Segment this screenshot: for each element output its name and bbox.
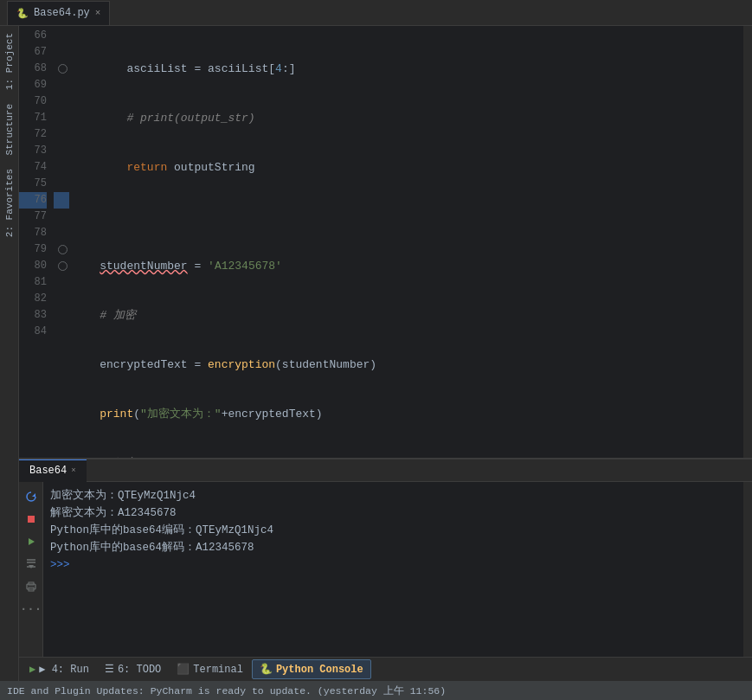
gutter-line-78[interactable] (54, 225, 69, 241)
file-tab[interactable]: 🐍 Base64.py × (7, 1, 110, 25)
python-file-icon: 🐍 (16, 8, 29, 19)
console-line-3: Python库中的base64编码：QTEyMzQ1Njc4 (50, 522, 736, 539)
console-text-4: Python库中的base64解码：A12345678 (50, 539, 254, 556)
gutter-line-79[interactable] (54, 241, 69, 258)
code-container: 66 67 68 69 70 71 72 73 74 75 76 77 78 7… (19, 26, 752, 458)
gutter-line-67[interactable] (54, 44, 69, 61)
run-tab-label: Base64 (29, 465, 67, 477)
gutter-line-84[interactable] (54, 324, 69, 340)
print-icon[interactable] (22, 577, 41, 596)
console-scrollbar[interactable] (743, 482, 752, 657)
code-line-72: encryptedText = encryption(studentNumber… (69, 356, 743, 373)
breakpoint-marker-68[interactable] (58, 64, 67, 74)
editor-tab-bar: 🐍 Base64.py × (0, 0, 752, 26)
bottom-left-icons: ··· (19, 482, 43, 657)
gutter-line-80[interactable] (54, 258, 69, 274)
tab-filename: Base64.py (34, 7, 90, 19)
sidebar-item-structure[interactable]: Structure (1, 97, 18, 162)
gutter (54, 26, 69, 458)
gutter-line-75[interactable] (54, 176, 69, 192)
code-line-66: asciiList = asciiList[4:] (69, 61, 743, 77)
code-lines[interactable]: asciiList = asciiList[4:] # print(output… (69, 26, 743, 458)
run-label: ▶ 4: Run (39, 663, 89, 676)
status-bar: IDE and Plugin Updates: PyCharm is ready… (0, 681, 752, 700)
code-line-70: studentNumber = 'A12345678' (69, 258, 743, 274)
run-play-icon: ▶ (29, 663, 35, 676)
run-tab[interactable]: Base64 × (19, 459, 87, 482)
status-text: IDE and Plugin Updates: PyCharm is ready… (7, 684, 446, 697)
terminal-label: Terminal (193, 664, 243, 676)
gutter-line-76[interactable] (54, 192, 69, 209)
svg-rect-1 (28, 516, 35, 523)
gutter-line-70[interactable] (54, 93, 69, 110)
code-line-68: return outputString (69, 159, 743, 176)
more-icon[interactable]: ··· (22, 600, 41, 619)
sidebar-item-favorites[interactable]: 2: Favorites (1, 162, 18, 244)
console-text-3: Python库中的base64编码：QTEyMzQ1Njc4 (50, 522, 273, 539)
console-text-1: 加密文本为：QTEyMzQ1Njc4 (50, 487, 196, 504)
sidebar-item-project[interactable]: 1: Project (1, 26, 18, 97)
python-console-button[interactable]: 🐍 Python Console (252, 659, 371, 679)
left-sidebar: 1: Project Structure 2: Favorites (0, 26, 19, 681)
gutter-line-68[interactable] (54, 61, 69, 77)
python-console-icon: 🐍 (260, 663, 273, 676)
code-line-73: print("加密文本为："+encryptedText) (69, 406, 743, 422)
python-console-label: Python Console (276, 664, 363, 676)
rerun-icon[interactable] (22, 487, 41, 506)
run-icon[interactable] (22, 532, 41, 551)
todo-button[interactable]: ☰ 6: TODO (98, 660, 168, 678)
console-line-2: 解密文本为：A12345678 (50, 504, 736, 522)
console-line-1: 加密文本为：QTEyMzQ1Njc4 (50, 487, 736, 504)
console-prompt: >>> (50, 556, 70, 574)
code-line-67: # print(output_str) (69, 110, 743, 126)
svg-marker-2 (29, 538, 35, 545)
console-text-2: 解密文本为：A12345678 (50, 504, 177, 522)
stop-icon[interactable] (22, 510, 41, 529)
scroll-to-end-icon[interactable] (22, 555, 41, 574)
todo-label: 6: TODO (118, 664, 161, 676)
svg-marker-0 (32, 493, 35, 497)
console-line-4: Python库中的base64解码：A12345678 (50, 539, 736, 556)
gutter-line-77[interactable] (54, 209, 69, 225)
tab-close-button[interactable]: × (95, 8, 101, 18)
bottom-content: ··· 加密文本为：QTEyMzQ1Njc4 解密文本为：A12345678 P… (19, 482, 752, 657)
todo-icon: ☰ (105, 663, 114, 676)
gutter-line-71[interactable] (54, 110, 69, 126)
run-button[interactable]: ▶ ▶ 4: Run (22, 660, 96, 678)
console-prompt-line: >>> (50, 556, 736, 574)
run-tab-close[interactable]: × (71, 466, 75, 475)
gutter-line-74[interactable] (54, 159, 69, 176)
code-line-71: # 加密 (69, 307, 743, 324)
gutter-line-81[interactable] (54, 274, 69, 291)
right-scrollbar[interactable] (743, 26, 752, 458)
gutter-line-83[interactable] (54, 307, 69, 324)
editor-area: 66 67 68 69 70 71 72 73 74 75 76 77 78 7… (19, 26, 752, 681)
gutter-line-66[interactable] (54, 28, 69, 44)
gutter-line-72[interactable] (54, 126, 69, 143)
terminal-icon: ⬛ (177, 663, 190, 676)
gutter-line-69[interactable] (54, 77, 69, 93)
gutter-line-73[interactable] (54, 143, 69, 159)
bottom-tabs: Base64 × (19, 459, 752, 482)
main-area: 1: Project Structure 2: Favorites 66 67 … (0, 26, 752, 681)
bottom-panel: Base64 × (19, 458, 752, 657)
terminal-button[interactable]: ⬛ Terminal (170, 660, 250, 678)
line-numbers: 66 67 68 69 70 71 72 73 74 75 76 77 78 7… (19, 26, 54, 458)
breakpoint-marker-79[interactable] (58, 245, 67, 254)
breakpoint-marker-80[interactable] (58, 261, 67, 271)
bottom-toolbar: ▶ ▶ 4: Run ☰ 6: TODO ⬛ Terminal 🐍 Python… (19, 657, 752, 681)
console-output: 加密文本为：QTEyMzQ1Njc4 解密文本为：A12345678 Pytho… (43, 482, 743, 657)
code-line-69 (69, 209, 743, 225)
gutter-line-82[interactable] (54, 291, 69, 307)
